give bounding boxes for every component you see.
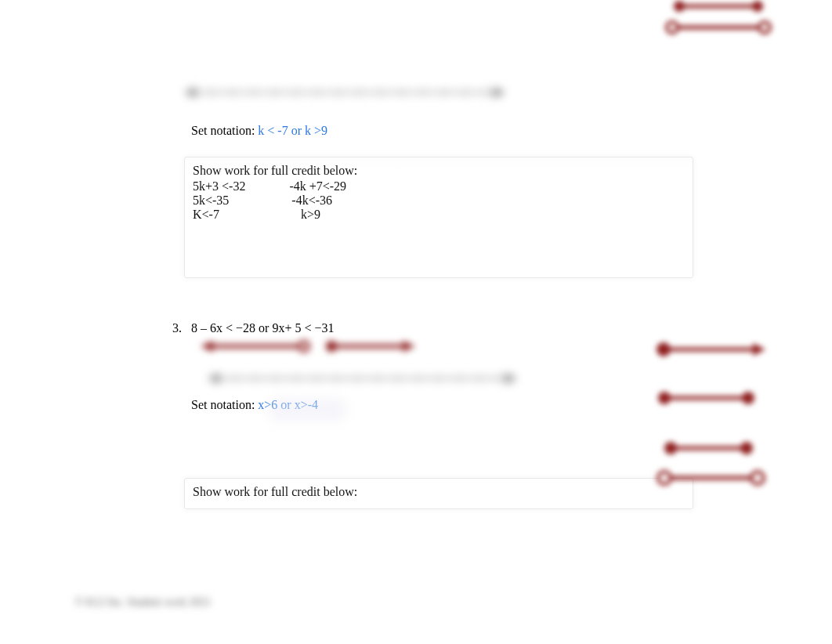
choice-graph-3	[648, 341, 769, 358]
q3-numberline-graphic	[204, 364, 521, 400]
choice-graph-4	[653, 390, 759, 406]
svg-point-41	[675, 2, 684, 11]
svg-point-51	[743, 393, 754, 403]
svg-point-21	[327, 342, 336, 351]
choice-graph-5	[660, 440, 758, 456]
q3-work-box[interactable]: Show work for full credit below:	[184, 478, 693, 509]
q2-set-label: Set notation:	[191, 124, 258, 137]
svg-point-56	[658, 472, 671, 484]
svg-point-54	[741, 443, 752, 454]
q2-work-line: 5k<-35 -4k<-36	[193, 194, 685, 208]
svg-point-53	[665, 443, 676, 454]
q2-work-line: 5k+3 <-32 -4k +7<-29	[193, 179, 685, 194]
svg-marker-22	[403, 341, 415, 352]
svg-point-44	[667, 22, 678, 33]
q3-highlight-blur	[270, 400, 345, 420]
copyright-footer: © K12 Inc. Student work 2021	[75, 596, 211, 609]
q3-problem-statement: 8 – 6x < −28 or 9x+ 5 < −31	[191, 321, 334, 335]
svg-marker-48	[753, 343, 765, 356]
choice-graph-2	[660, 19, 777, 36]
svg-point-42	[753, 2, 762, 11]
svg-point-45	[759, 22, 770, 33]
svg-point-50	[659, 393, 670, 403]
q2-work-box[interactable]: Show work for full credit below: 5k+3 <-…	[184, 157, 693, 278]
q2-work-line: K<-7 k>9	[193, 208, 685, 222]
svg-marker-1	[184, 87, 196, 98]
q2-work-prompt: Show work for full credit below:	[193, 164, 685, 178]
svg-point-57	[751, 472, 764, 484]
q3-number: 3.	[172, 321, 182, 335]
svg-point-47	[657, 343, 670, 356]
svg-marker-18	[201, 341, 213, 352]
q3-student-graph	[194, 337, 421, 356]
svg-point-19	[299, 342, 309, 351]
q2-set-answer: k < -7 or k >9	[258, 124, 327, 137]
svg-marker-2	[494, 87, 505, 98]
choice-graph-1	[667, 0, 769, 13]
q3-set-label: Set notation:	[191, 398, 258, 411]
q3-work-prompt: Show work for full credit below:	[193, 485, 685, 499]
svg-marker-25	[505, 373, 517, 384]
q2-numberline-graphic	[180, 78, 509, 114]
svg-marker-24	[208, 373, 219, 384]
choice-graph-6	[650, 469, 772, 487]
q2-set-notation-row: Set notation: k < -7 or k >9	[191, 124, 327, 138]
